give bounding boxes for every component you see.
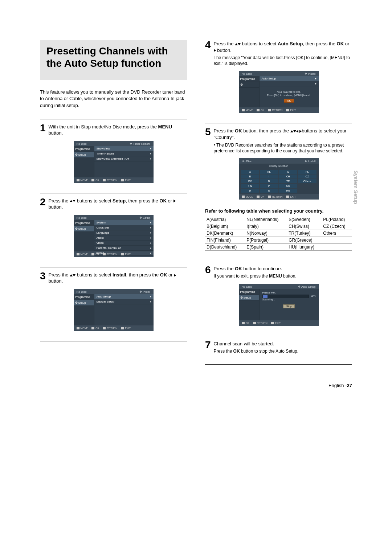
step-subtext: The message "Your data will be lost.Pres…	[214, 55, 352, 66]
osd-screen-6: No Disc ❖ Auto Setup Programme ⚙ Setup P…	[239, 284, 319, 326]
exit-icon	[121, 179, 124, 181]
table-row: DK(Denmark)N(Norway)TR(Turkey)Others	[205, 230, 352, 237]
right-arrow-icon	[173, 200, 176, 202]
country-cell: A	[241, 170, 260, 174]
step-number: 4	[205, 40, 211, 50]
step-6: 6 Press the OK button to continue. If yo…	[205, 265, 352, 279]
osd-screen-4: No Disc ❖ Install Programme ⚙ Auto Setup…	[239, 71, 319, 113]
scan-percent: 11%	[310, 295, 315, 297]
chevron-right-icon: ▸	[150, 147, 151, 150]
table-row: D(Deutschland)E(Spain)HU(Hungary)	[205, 243, 352, 250]
divider	[205, 261, 352, 261]
right-column: 4 Press the buttons to select Auto Setup…	[205, 40, 352, 368]
step-number: 7	[205, 340, 211, 350]
divider	[40, 341, 187, 341]
country-grid: A NL S PL B I CH CZ DK N TR Others FIN P	[239, 168, 319, 194]
osd-breadcrumb: ❖ Timer Record	[130, 142, 150, 145]
up-arrow-icon	[70, 200, 73, 202]
page-title: Presetting Channels with the Auto Setup …	[46, 45, 180, 69]
table-row: B(Belgium)I(Italy)CH(Swiss)CZ (Czech)	[205, 223, 352, 230]
step-number: 5	[205, 127, 211, 137]
step-text: button.	[49, 130, 63, 136]
step-number: 3	[40, 271, 46, 281]
divider	[205, 123, 352, 123]
table-row: FIN(Finland)P(Portugal)GR(Greece)	[205, 237, 352, 243]
step-7: 7 Channel scan will be started. Press th…	[205, 340, 352, 354]
gear-icon: ⚙	[75, 153, 78, 156]
ok-button: OK	[284, 99, 294, 103]
table-note: Refer to following table when selecting …	[205, 208, 352, 214]
stop-button: Stop	[283, 304, 295, 308]
chevron-right-icon: ▸	[150, 157, 151, 160]
page-number: 27	[347, 383, 352, 388]
step-number: 1	[40, 123, 46, 133]
divider	[40, 267, 187, 267]
step-number: 6	[205, 265, 211, 275]
osd-screen-1: No Disc ❖ Timer Record Programme ⚙ Setup…	[74, 141, 154, 183]
gear-icon: ⚙	[75, 301, 78, 304]
divider	[40, 193, 187, 193]
ok-icon	[91, 179, 94, 181]
table-row: A(Austria)NL(Netherlands)S(Sweden)PL(Pol…	[205, 216, 352, 223]
chevron-right-icon: ▸	[150, 152, 151, 155]
divider	[40, 119, 187, 119]
step-number: 2	[40, 197, 46, 207]
county-selection-title: County Selection	[239, 164, 319, 168]
side-tab: System Setup	[353, 171, 359, 204]
step-4: 4 Press the buttons to select Auto Setup…	[205, 40, 352, 66]
gear-icon: ⚙	[240, 83, 243, 86]
step-3: 3 Press the buttons to select Install, t…	[40, 271, 187, 284]
intro-text: This feature allows you to manually set …	[40, 89, 187, 109]
osd-screen-2: No Disc ❖ Setup Programme ⚙ Setup System…	[74, 215, 154, 257]
osd-side-programme: Programme	[74, 146, 94, 152]
osd-menu: ShowView▸ Timer Record▸ ShowView Extende…	[94, 146, 154, 177]
step-text: With the unit in Stop mode/No Disc mode,…	[49, 124, 158, 130]
osd-dialog: Your data will be lost. Press [OK] to co…	[260, 86, 319, 106]
move-icon	[77, 179, 79, 181]
bold: MENU	[158, 124, 172, 130]
osd-side-setup: ⚙ Setup	[74, 152, 94, 158]
left-column: Presetting Channels with the Auto Setup …	[40, 40, 187, 368]
down-arrow-icon	[73, 200, 75, 202]
country-table: A(Austria)NL(Netherlands)S(Sweden)PL(Pol…	[205, 216, 352, 251]
gear-icon: ⚙	[240, 296, 243, 299]
step-subtext: • The DVD Recorder searches for the stat…	[214, 142, 352, 154]
title-box: Presetting Channels with the Auto Setup …	[40, 40, 187, 80]
osd-no-disc: No Disc	[77, 142, 87, 145]
step-5: 5 Press the OK button, then press the bu…	[205, 127, 352, 153]
osd-screen-3: No Disc ❖ Install Programme ⚙ Setup Auto…	[74, 289, 154, 331]
step-1: 1 With the unit in Stop mode/No Disc mod…	[40, 123, 187, 136]
osd-screen-5: No Disc ❖ Install County Selection A NL …	[239, 158, 319, 200]
divider	[205, 364, 352, 365]
return-icon	[103, 179, 106, 181]
step-2: 2 Press the buttons to select Setup, the…	[40, 197, 187, 210]
gear-icon: ⚙	[75, 227, 78, 230]
scan-progress: Please wait. 11% Scanning... Stop	[260, 289, 319, 320]
scanning-label: Scanning...	[262, 298, 316, 301]
page-footer: English -27	[40, 383, 352, 388]
divider	[205, 336, 352, 336]
